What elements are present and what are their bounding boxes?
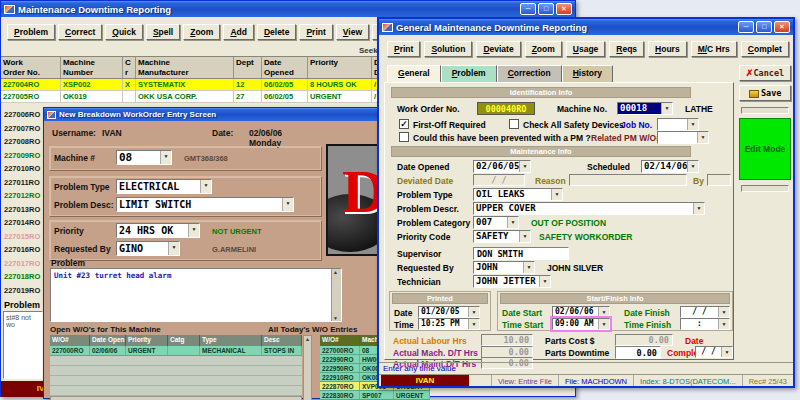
problem-button[interactable]: Problem [7, 24, 55, 40]
printed-time-combo[interactable]: 10:25 PM ▼ [418, 318, 480, 330]
technician-combo[interactable]: JOHN JETTER ▼ [473, 275, 551, 288]
maximize-icon[interactable]: □ [756, 21, 772, 33]
open-grid-hscrollbar[interactable]: ◄ ► [50, 396, 302, 400]
wo-list-item[interactable]: 227014RO [1, 216, 44, 230]
scheduled-combo[interactable]: 02/14/06 ▼ [641, 160, 699, 173]
textarea-scrollbar[interactable]: ▲ ▼ [331, 269, 341, 321]
grid-header-cell[interactable]: DateOpened [262, 57, 308, 78]
deviate-button[interactable]: Deviate [476, 41, 520, 57]
dropdown-arrow-icon[interactable]: ▼ [661, 103, 672, 114]
dropdown-arrow-icon[interactable]: ▼ [693, 203, 704, 214]
header-cell[interactable]: Catg [168, 335, 200, 346]
open-grid-row[interactable]: 227000RO 02/06/06 URGENT MECHANICAL STOP… [50, 346, 302, 356]
dropdown-arrow-icon[interactable]: ▼ [519, 161, 530, 172]
dropdown-arrow-icon[interactable]: ▼ [687, 161, 698, 172]
dropdown-arrow-icon[interactable]: ▼ [523, 262, 534, 273]
maximize-icon[interactable]: □ [538, 3, 554, 15]
edit-mode-indicator[interactable]: Edit Mode [739, 118, 791, 180]
dropdown-arrow-icon[interactable]: ▼ [697, 132, 708, 143]
usage-button[interactable]: Usage [566, 41, 606, 57]
view-button[interactable]: View [336, 24, 369, 40]
save-button[interactable]: Save [739, 85, 791, 101]
dropdown-arrow-icon[interactable]: ▼ [598, 307, 609, 317]
grid-header-cell[interactable]: Priority [308, 57, 372, 78]
completed-combo[interactable]: / / ▼ [695, 346, 733, 358]
grid-header-cell[interactable]: WorkOrder No. [1, 57, 61, 78]
job-no-combo[interactable]: ▼ [657, 118, 699, 131]
wo-list-item[interactable]: 227010RO [1, 162, 44, 176]
wo-list-item[interactable]: 227015RO [1, 230, 44, 244]
check-safety-checkbox[interactable] [509, 119, 519, 129]
dropdown-arrow-icon[interactable]: ▼ [551, 189, 562, 200]
dropdown-arrow-icon[interactable]: ▼ [188, 224, 199, 237]
minimize-icon[interactable]: ─ [738, 21, 754, 33]
wo-list-item[interactable]: 227019RO [1, 284, 44, 298]
print-button[interactable]: Print [299, 24, 332, 40]
time-start-combo[interactable]: 09:00 AM ▼ [552, 318, 610, 330]
priority-combo[interactable]: 24 HRS OK ▼ [116, 223, 200, 238]
problem-descr-combo[interactable]: UPPER COVER ▼ [473, 202, 705, 215]
dropdown-arrow-icon[interactable]: ▼ [468, 307, 479, 317]
grid-header-cell[interactable]: Cr [123, 57, 136, 78]
tab-correction[interactable]: Correction [497, 65, 562, 82]
quick-button[interactable]: Quick [105, 24, 143, 40]
problem-type-combo[interactable]: OIL LEAKS ▼ [473, 188, 563, 201]
tab-general[interactable]: General [387, 65, 441, 82]
dropdown-arrow-icon[interactable]: ▼ [168, 242, 179, 255]
dropdown-arrow-icon[interactable]: ▼ [507, 217, 518, 228]
spell-button[interactable]: Spell [146, 24, 180, 40]
tab-history[interactable]: History [562, 65, 613, 82]
problem-category-combo[interactable]: 007 ▼ [473, 216, 519, 229]
header-cell[interactable]: W/O# [50, 335, 90, 346]
zoom-button[interactable]: Zoom [183, 24, 220, 40]
header-cell[interactable]: W/O# [320, 335, 360, 346]
related-pm-combo[interactable]: ▼ [657, 131, 709, 144]
main-titlebar[interactable]: General Maintenance Downtime Reporting ─… [379, 19, 793, 35]
wo-list-item[interactable]: 227017RO [1, 257, 44, 271]
close-icon[interactable]: ✕ [556, 3, 572, 15]
date-start-combo[interactable]: 02/06/06 ▼ [552, 306, 610, 318]
header-cell[interactable]: Desc [262, 335, 302, 346]
date-opened-combo[interactable]: 02/06/05 ▼ [473, 160, 531, 173]
tab-problem[interactable]: Problem [441, 65, 497, 82]
dropdown-arrow-icon[interactable]: ▼ [539, 276, 550, 287]
correct-button[interactable]: Correct [58, 24, 102, 40]
wo-list-item[interactable]: 227008RO [1, 135, 44, 149]
parts-downtime-input[interactable]: 0.00 [615, 346, 661, 359]
minimize-icon[interactable]: ─ [520, 3, 536, 15]
priority-code-combo[interactable]: SAFETY ▼ [473, 230, 531, 243]
wo-list-item[interactable]: 227016RO [1, 243, 44, 257]
grid-header-cell[interactable]: MachineManufacturer [136, 57, 234, 78]
dropdown-arrow-icon[interactable]: ▼ [468, 319, 479, 329]
requested-by-combo[interactable]: JOHN ▼ [473, 261, 535, 274]
close-icon[interactable]: ✕ [774, 21, 790, 33]
mc-hrs-button[interactable]: M/C Hrs [691, 41, 737, 57]
dropdown-arrow-icon[interactable]: ▼ [687, 119, 698, 130]
scroll-up-icon[interactable]: ▲ [305, 336, 310, 342]
problem-type-combo[interactable]: ELECTRICAL ▼ [116, 179, 212, 194]
add-button[interactable]: Add [223, 24, 254, 40]
wo-list-item[interactable]: 227009RO [1, 149, 44, 163]
complet-button[interactable]: Complet [741, 41, 789, 57]
hours-button[interactable]: Hours [648, 41, 687, 57]
dropdown-arrow-icon[interactable]: ▼ [519, 231, 530, 242]
delete-button[interactable]: Delete [257, 24, 297, 40]
grid-header-cell[interactable]: Dept [234, 57, 262, 78]
machine-combo[interactable]: 08 ▼ [116, 150, 172, 165]
time-finish-combo[interactable]: : ▼ [680, 318, 730, 330]
header-cell[interactable]: Priority [126, 335, 168, 346]
scroll-down-icon[interactable]: ▼ [333, 315, 338, 321]
problem-desc-combo[interactable]: LIMIT SWITCH ▼ [116, 197, 294, 212]
zoom-button[interactable]: Zoom [525, 41, 562, 57]
grid-header-cell[interactable]: MachineNumber [61, 57, 123, 78]
reqs-button[interactable]: Reqs [609, 41, 644, 57]
header-cell[interactable]: Date Open [90, 335, 126, 346]
problem-text-box[interactable]: st#8 not wo [3, 311, 43, 379]
dropdown-arrow-icon[interactable]: ▼ [160, 151, 171, 164]
supervisor-input[interactable]: DON SMITH [473, 247, 569, 260]
dropdown-arrow-icon[interactable]: ▼ [200, 180, 211, 193]
print-button[interactable]: Print [387, 41, 420, 57]
wo-list-item[interactable]: 227011RO [1, 176, 44, 190]
printed-date-combo[interactable]: 01/20/05 ▼ [418, 306, 480, 318]
solution-button[interactable]: Solution [424, 41, 472, 57]
